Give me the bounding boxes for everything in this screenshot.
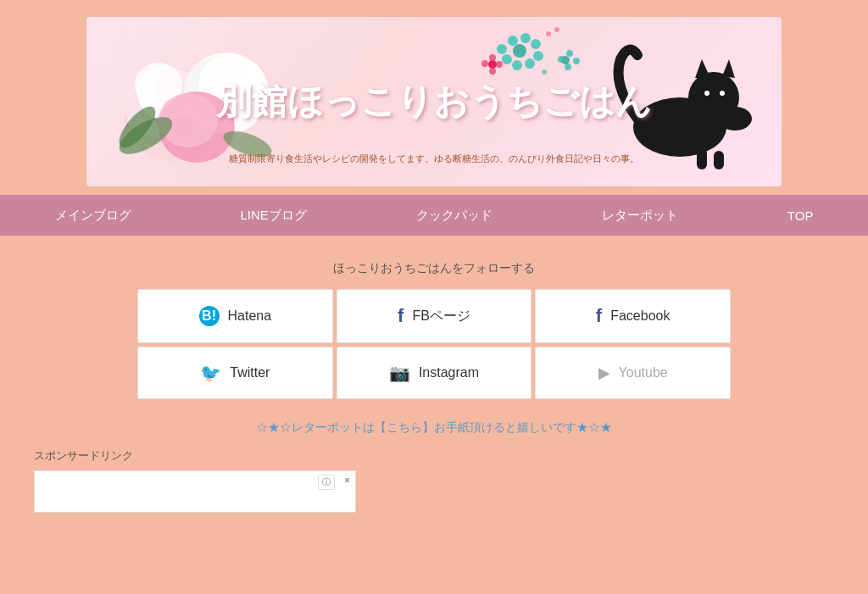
svg-rect-43 <box>714 151 724 169</box>
svg-point-21 <box>502 54 512 64</box>
follow-title: ほっこりおうちごはんをフォローする <box>137 261 731 276</box>
svg-marker-38 <box>695 59 710 78</box>
svg-point-14 <box>497 44 507 54</box>
nav-cookpad[interactable]: クックパッド <box>399 199 509 232</box>
twitter-button[interactable]: 🐦 Twitter <box>137 347 333 399</box>
svg-point-40 <box>704 91 709 96</box>
fb-page-label: FBページ <box>412 308 470 325</box>
banner-title: 別館ほっこりおうちごはん <box>216 80 652 123</box>
instagram-button[interactable]: 📷 Instagram <box>337 347 532 399</box>
svg-point-15 <box>508 36 518 46</box>
youtube-label: Youtube <box>619 365 668 380</box>
facebook-icon-2: f <box>596 305 602 327</box>
svg-point-34 <box>554 27 559 32</box>
svg-point-28 <box>481 60 488 67</box>
svg-point-16 <box>520 33 531 43</box>
svg-point-30 <box>496 61 503 68</box>
svg-point-17 <box>531 39 541 49</box>
svg-point-31 <box>489 68 496 75</box>
svg-point-27 <box>561 56 570 64</box>
svg-point-24 <box>566 50 573 57</box>
fb-page-button[interactable]: f FBページ <box>337 289 532 343</box>
svg-point-26 <box>565 64 571 70</box>
letter-link-anchor[interactable]: ☆★☆レターポットは【こちら】お手紙頂けると嬉しいです★☆★ <box>256 420 612 434</box>
instagram-label: Instagram <box>419 365 479 380</box>
follow-section: ほっこりおうちごはんをフォローする B! Hatena f FBページ f Fa… <box>137 261 731 399</box>
ad-box: ⓘ × <box>34 470 356 513</box>
ad-close-button[interactable]: × <box>344 475 350 486</box>
twitter-label: Twitter <box>230 365 270 380</box>
svg-point-44 <box>718 107 752 130</box>
svg-point-33 <box>546 31 551 36</box>
svg-point-22 <box>513 44 526 58</box>
svg-point-35 <box>542 69 547 75</box>
sponsor-section: スポンサードリンク ⓘ × <box>17 448 851 513</box>
svg-point-18 <box>533 51 543 61</box>
facebook-button[interactable]: f Facebook <box>535 289 731 343</box>
svg-point-29 <box>489 54 496 61</box>
svg-rect-42 <box>697 148 707 169</box>
hatena-button[interactable]: B! Hatena <box>137 289 333 343</box>
banner-subtitle: 糖質制限寄り食生活やレシピの開発をしてます。ゆる断糖生活の、のんびり外食日記や日… <box>229 153 639 165</box>
nav-top[interactable]: TOP <box>771 200 831 231</box>
letter-link: ☆★☆レターポットは【こちら】お手紙頂けると嬉しいです★☆★ <box>17 420 851 436</box>
header-wrapper: 別館ほっこりおうちごはん 糖質制限寄り食生活やレシピの開発をしてます。ゆる断糖生… <box>0 0 868 195</box>
svg-point-20 <box>512 60 522 70</box>
facebook-label: Facebook <box>610 308 670 324</box>
youtube-button[interactable]: ▶ Youtube <box>535 347 731 399</box>
hatena-icon: B! <box>199 306 220 326</box>
navbar: メインブログ LINEブログ クックパッド レターポット TOP <box>0 195 868 236</box>
hatena-label: Hatena <box>228 308 272 324</box>
sponsor-title: スポンサードリンク <box>34 448 834 464</box>
facebook-icon-1: f <box>398 305 403 327</box>
nav-letterpot[interactable]: レターポット <box>585 199 695 232</box>
svg-marker-39 <box>722 59 735 78</box>
svg-point-32 <box>488 60 497 69</box>
instagram-icon: 📷 <box>389 363 410 383</box>
svg-point-19 <box>525 58 535 69</box>
ad-info-button[interactable]: ⓘ <box>318 475 335 490</box>
nav-main-blog[interactable]: メインブログ <box>38 199 148 232</box>
banner: 別館ほっこりおうちごはん 糖質制限寄り食生活やレシピの開発をしてます。ゆる断糖生… <box>86 17 782 186</box>
social-grid: B! Hatena f FBページ f Facebook 🐦 Twitter 📷… <box>137 289 731 399</box>
main-content: ほっこりおうちごはんをフォローする B! Hatena f FBページ f Fa… <box>0 236 868 538</box>
nav-line-blog[interactable]: LINEブログ <box>224 199 324 232</box>
svg-point-41 <box>720 91 725 96</box>
twitter-icon: 🐦 <box>200 363 221 383</box>
svg-point-25 <box>573 58 580 64</box>
youtube-icon: ▶ <box>598 364 610 382</box>
